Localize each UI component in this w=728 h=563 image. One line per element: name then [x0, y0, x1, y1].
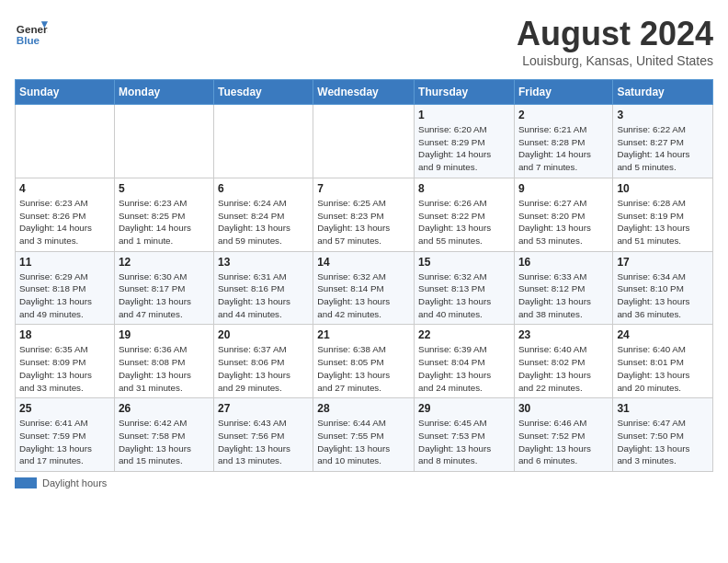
day-number: 21 [317, 328, 410, 341]
calendar-cell: 30Sunrise: 6:46 AM Sunset: 7:52 PM Dayli… [514, 398, 612, 472]
day-info: Sunrise: 6:47 AM Sunset: 7:50 PM Dayligh… [617, 417, 709, 467]
calendar-table: SundayMondayTuesdayWednesdayThursdayFrid… [15, 79, 713, 472]
calendar-cell [313, 105, 415, 178]
day-number: 30 [518, 402, 609, 415]
day-number: 12 [119, 256, 210, 269]
day-number: 18 [19, 328, 110, 341]
calendar-dow-wednesday: Wednesday [313, 80, 415, 105]
calendar-cell: 1Sunrise: 6:20 AM Sunset: 8:29 PM Daylig… [415, 105, 515, 178]
day-info: Sunrise: 6:32 AM Sunset: 8:14 PM Dayligh… [317, 270, 410, 321]
legend-color-box [15, 477, 37, 488]
title-block: August 2024 Louisburg, Kansas, United St… [517, 15, 713, 68]
day-info: Sunrise: 6:32 AM Sunset: 8:13 PM Dayligh… [418, 270, 510, 321]
calendar-dow-monday: Monday [114, 80, 213, 105]
calendar-dow-sunday: Sunday [16, 80, 115, 105]
day-info: Sunrise: 6:33 AM Sunset: 8:12 PM Dayligh… [518, 270, 609, 321]
day-info: Sunrise: 6:44 AM Sunset: 7:55 PM Dayligh… [317, 417, 410, 467]
page-subtitle: Louisburg, Kansas, United States [517, 53, 713, 68]
day-number: 8 [418, 182, 510, 195]
day-number: 4 [19, 182, 110, 195]
calendar-cell: 12Sunrise: 6:30 AM Sunset: 8:17 PM Dayli… [114, 251, 213, 325]
day-info: Sunrise: 6:43 AM Sunset: 7:56 PM Dayligh… [218, 417, 309, 467]
day-info: Sunrise: 6:45 AM Sunset: 7:53 PM Dayligh… [418, 417, 510, 467]
calendar-body: 1Sunrise: 6:20 AM Sunset: 8:29 PM Daylig… [16, 105, 713, 472]
day-info: Sunrise: 6:35 AM Sunset: 8:09 PM Dayligh… [19, 343, 110, 394]
calendar-dow-friday: Friday [514, 80, 612, 105]
calendar-week-4: 18Sunrise: 6:35 AM Sunset: 8:09 PM Dayli… [16, 325, 713, 398]
day-info: Sunrise: 6:41 AM Sunset: 7:59 PM Dayligh… [19, 417, 110, 467]
calendar-cell: 6Sunrise: 6:24 AM Sunset: 8:24 PM Daylig… [213, 178, 313, 251]
calendar-cell: 11Sunrise: 6:29 AM Sunset: 8:18 PM Dayli… [16, 251, 115, 325]
day-number: 10 [617, 182, 709, 195]
day-info: Sunrise: 6:22 AM Sunset: 8:27 PM Dayligh… [617, 123, 709, 174]
day-info: Sunrise: 6:27 AM Sunset: 8:20 PM Dayligh… [518, 197, 609, 247]
calendar-cell: 10Sunrise: 6:28 AM Sunset: 8:19 PM Dayli… [613, 178, 713, 251]
calendar-cell: 22Sunrise: 6:39 AM Sunset: 8:04 PM Dayli… [415, 325, 515, 398]
day-number: 31 [617, 402, 709, 415]
svg-text:Blue: Blue [17, 34, 40, 46]
calendar-cell: 28Sunrise: 6:44 AM Sunset: 7:55 PM Dayli… [313, 398, 415, 472]
day-info: Sunrise: 6:38 AM Sunset: 8:05 PM Dayligh… [317, 343, 410, 394]
day-number: 26 [119, 402, 210, 415]
day-info: Sunrise: 6:37 AM Sunset: 8:06 PM Dayligh… [218, 343, 309, 394]
calendar-week-5: 25Sunrise: 6:41 AM Sunset: 7:59 PM Dayli… [16, 398, 713, 472]
calendar-cell [16, 105, 115, 178]
day-info: Sunrise: 6:21 AM Sunset: 8:28 PM Dayligh… [518, 123, 609, 174]
calendar-cell: 27Sunrise: 6:43 AM Sunset: 7:56 PM Dayli… [213, 398, 313, 472]
day-number: 7 [317, 182, 410, 195]
day-info: Sunrise: 6:30 AM Sunset: 8:17 PM Dayligh… [119, 270, 210, 321]
day-number: 11 [19, 256, 110, 269]
day-info: Sunrise: 6:20 AM Sunset: 8:29 PM Dayligh… [418, 123, 510, 174]
calendar-header-row: SundayMondayTuesdayWednesdayThursdayFrid… [16, 80, 713, 105]
calendar-cell: 8Sunrise: 6:26 AM Sunset: 8:22 PM Daylig… [415, 178, 515, 251]
day-number: 20 [218, 328, 309, 341]
calendar-cell: 17Sunrise: 6:34 AM Sunset: 8:10 PM Dayli… [613, 251, 713, 325]
day-info: Sunrise: 6:46 AM Sunset: 7:52 PM Dayligh… [518, 417, 609, 467]
calendar-cell: 5Sunrise: 6:23 AM Sunset: 8:25 PM Daylig… [114, 178, 213, 251]
calendar-cell: 25Sunrise: 6:41 AM Sunset: 7:59 PM Dayli… [16, 398, 115, 472]
calendar-week-3: 11Sunrise: 6:29 AM Sunset: 8:18 PM Dayli… [16, 251, 713, 325]
calendar-dow-thursday: Thursday [415, 80, 515, 105]
calendar-cell [213, 105, 313, 178]
day-number: 27 [218, 402, 309, 415]
calendar-cell: 9Sunrise: 6:27 AM Sunset: 8:20 PM Daylig… [514, 178, 612, 251]
day-number: 19 [119, 328, 210, 341]
day-number: 22 [418, 328, 510, 341]
calendar-dow-tuesday: Tuesday [213, 80, 313, 105]
calendar-cell: 19Sunrise: 6:36 AM Sunset: 8:08 PM Dayli… [114, 325, 213, 398]
calendar-cell: 26Sunrise: 6:42 AM Sunset: 7:58 PM Dayli… [114, 398, 213, 472]
day-number: 1 [418, 109, 510, 121]
calendar-cell [114, 105, 213, 178]
day-number: 24 [617, 328, 709, 341]
calendar-cell: 23Sunrise: 6:40 AM Sunset: 8:02 PM Dayli… [514, 325, 612, 398]
day-info: Sunrise: 6:26 AM Sunset: 8:22 PM Dayligh… [418, 197, 510, 247]
calendar-cell: 14Sunrise: 6:32 AM Sunset: 8:14 PM Dayli… [313, 251, 415, 325]
day-number: 15 [418, 256, 510, 269]
calendar-week-2: 4Sunrise: 6:23 AM Sunset: 8:26 PM Daylig… [16, 178, 713, 251]
day-number: 16 [518, 256, 609, 269]
calendar-cell: 13Sunrise: 6:31 AM Sunset: 8:16 PM Dayli… [213, 251, 313, 325]
legend-label: Daylight hours [42, 477, 107, 488]
page-title: August 2024 [517, 15, 713, 53]
day-number: 23 [518, 328, 609, 341]
day-number: 5 [119, 182, 210, 195]
calendar-cell: 16Sunrise: 6:33 AM Sunset: 8:12 PM Dayli… [514, 251, 612, 325]
day-info: Sunrise: 6:25 AM Sunset: 8:23 PM Dayligh… [317, 197, 410, 247]
day-number: 6 [218, 182, 309, 195]
legend: Daylight hours [15, 477, 713, 488]
calendar-cell: 18Sunrise: 6:35 AM Sunset: 8:09 PM Dayli… [16, 325, 115, 398]
calendar-dow-saturday: Saturday [613, 80, 713, 105]
calendar-cell: 4Sunrise: 6:23 AM Sunset: 8:26 PM Daylig… [16, 178, 115, 251]
calendar-week-1: 1Sunrise: 6:20 AM Sunset: 8:29 PM Daylig… [16, 105, 713, 178]
logo-icon: General Blue [15, 15, 48, 48]
day-number: 3 [617, 109, 709, 121]
page-header: General Blue August 2024 Louisburg, Kans… [15, 15, 713, 68]
calendar-cell: 21Sunrise: 6:38 AM Sunset: 8:05 PM Dayli… [313, 325, 415, 398]
calendar-cell: 2Sunrise: 6:21 AM Sunset: 8:28 PM Daylig… [514, 105, 612, 178]
day-info: Sunrise: 6:36 AM Sunset: 8:08 PM Dayligh… [119, 343, 210, 394]
day-info: Sunrise: 6:39 AM Sunset: 8:04 PM Dayligh… [418, 343, 510, 394]
logo: General Blue [15, 15, 48, 48]
day-info: Sunrise: 6:24 AM Sunset: 8:24 PM Dayligh… [218, 197, 309, 247]
calendar-cell: 24Sunrise: 6:40 AM Sunset: 8:01 PM Dayli… [613, 325, 713, 398]
day-info: Sunrise: 6:29 AM Sunset: 8:18 PM Dayligh… [19, 270, 110, 321]
